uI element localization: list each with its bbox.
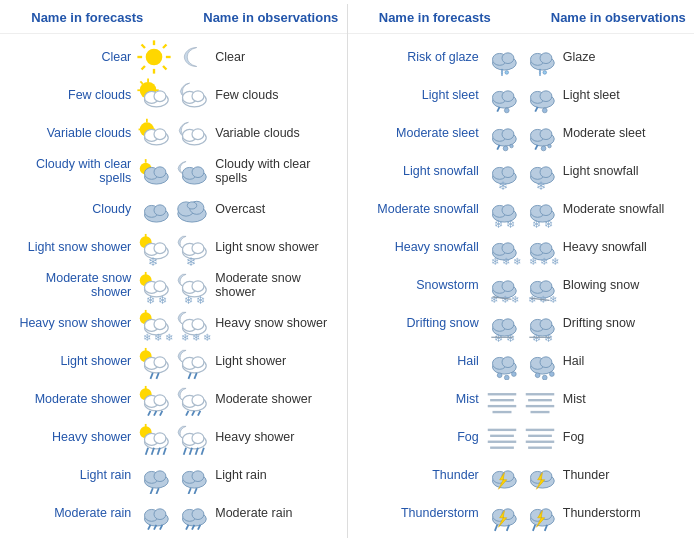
svg-line-182 bbox=[535, 145, 537, 150]
forecast-label: Heavy snow shower bbox=[8, 316, 135, 330]
weather-row: Heavy shower Heavy shower bbox=[0, 418, 347, 456]
svg-point-42 bbox=[154, 205, 166, 216]
svg-point-221 bbox=[502, 319, 514, 330]
weather-row: Cloudy Overcast bbox=[0, 190, 347, 228]
svg-line-102 bbox=[198, 411, 200, 416]
svg-line-100 bbox=[186, 411, 188, 416]
obs-label: Variable clouds bbox=[211, 126, 338, 140]
svg-point-237 bbox=[540, 357, 552, 368]
svg-line-94 bbox=[148, 411, 150, 416]
weather-row: Moderate shower Moderate shower bbox=[0, 380, 347, 418]
weather-row: Heavy snow shower ❄ ❄ ❄ ❄ ❄ ❄Heavy snow … bbox=[0, 304, 347, 342]
svg-point-114 bbox=[192, 433, 204, 444]
right-forecast-header: Name in forecasts bbox=[356, 10, 491, 25]
svg-line-7 bbox=[163, 45, 166, 48]
obs-label: Light snow shower bbox=[211, 240, 338, 254]
obs-icon: ❄ ❄ bbox=[521, 306, 559, 340]
svg-point-172 bbox=[542, 108, 547, 113]
svg-line-101 bbox=[192, 411, 194, 416]
obs-label: Light rain bbox=[211, 468, 338, 482]
forecast-icon bbox=[135, 40, 173, 74]
obs-icon bbox=[173, 78, 211, 112]
forecast-label: Light rain bbox=[8, 468, 135, 482]
obs-icon bbox=[521, 420, 559, 454]
svg-point-231 bbox=[502, 357, 514, 368]
svg-point-203 bbox=[502, 243, 514, 254]
forecast-label: Moderate snow shower bbox=[8, 271, 135, 299]
svg-line-83 bbox=[157, 373, 159, 379]
svg-point-191 bbox=[540, 167, 552, 178]
obs-label: Cloudy with clear spells bbox=[211, 157, 338, 185]
weather-row: Thunder Thunder bbox=[348, 456, 695, 494]
obs-icon bbox=[521, 40, 559, 74]
forecast-label: Heavy shower bbox=[8, 430, 135, 444]
obs-icon bbox=[173, 458, 211, 492]
svg-point-177 bbox=[503, 146, 508, 151]
weather-row: Moderate snowfall ❄ ❄ ❄ ❄Moderate snowfa… bbox=[348, 190, 695, 228]
svg-point-240 bbox=[549, 372, 554, 377]
svg-line-275 bbox=[533, 525, 535, 531]
weather-row: Snowstorm ❄ ❄ ❄ ❄ ❄ ❄ Blowing snow bbox=[348, 266, 695, 304]
obs-icon bbox=[173, 420, 211, 454]
svg-point-157 bbox=[502, 53, 514, 64]
obs-icon: ❄ ❄ ❄ bbox=[521, 230, 559, 264]
svg-point-167 bbox=[504, 108, 509, 113]
svg-line-132 bbox=[148, 525, 150, 530]
svg-line-8 bbox=[142, 66, 145, 69]
svg-line-171 bbox=[535, 107, 537, 112]
svg-point-211 bbox=[502, 281, 514, 292]
svg-point-18 bbox=[154, 91, 166, 102]
forecast-icon: ❄ ❄ ❄ bbox=[483, 268, 521, 302]
forecast-label: Mist bbox=[356, 392, 483, 406]
weather-row: Heavy snowfall ❄ ❄ ❄ ❄ ❄ ❄Heavy snowfall bbox=[348, 228, 695, 266]
obs-label: Fog bbox=[559, 430, 686, 444]
obs-label: Light snowfall bbox=[559, 164, 686, 178]
forecast-label: Light snow shower bbox=[8, 240, 135, 254]
svg-point-65 bbox=[192, 281, 204, 292]
svg-text:❄ ❄: ❄ ❄ bbox=[531, 218, 552, 228]
weather-row: Heavy rain Heavy rain bbox=[0, 532, 347, 538]
forecast-icon bbox=[135, 116, 173, 150]
weather-row: Moderate sleet Moderate sleet bbox=[348, 114, 695, 152]
svg-point-234 bbox=[511, 372, 516, 377]
obs-label: Light shower bbox=[211, 354, 338, 368]
obs-label: Heavy snowfall bbox=[559, 240, 686, 254]
svg-line-6 bbox=[163, 66, 166, 69]
svg-line-176 bbox=[497, 145, 499, 150]
weather-row: Hail Hail bbox=[348, 342, 695, 380]
svg-text:❄: ❄ bbox=[498, 179, 508, 190]
svg-point-131 bbox=[154, 509, 166, 520]
obs-icon bbox=[173, 534, 211, 538]
obs-icon: ❄ bbox=[521, 154, 559, 188]
svg-point-181 bbox=[540, 129, 552, 140]
right-section: Name in forecasts Name in observations R… bbox=[348, 0, 695, 538]
svg-line-138 bbox=[186, 525, 188, 530]
svg-text:❄ ❄: ❄ ❄ bbox=[184, 294, 205, 304]
forecast-icon bbox=[135, 344, 173, 378]
obs-label: Mist bbox=[559, 392, 686, 406]
svg-text:❄ ❄ ❄: ❄ ❄ ❄ bbox=[182, 332, 211, 342]
forecast-icon bbox=[483, 420, 521, 454]
obs-label: Moderate shower bbox=[211, 392, 338, 406]
obs-icon: ❄ bbox=[173, 230, 211, 264]
obs-icon: ❄ ❄ ❄ bbox=[521, 268, 559, 302]
svg-point-93 bbox=[154, 395, 166, 406]
weather-row: Fog Fog bbox=[348, 418, 695, 456]
obs-label: Moderate sleet bbox=[559, 126, 686, 140]
forecast-icon bbox=[135, 154, 173, 188]
forecast-label: Drifting snow bbox=[356, 316, 483, 330]
svg-point-55 bbox=[192, 243, 204, 254]
weather-row: Variable clouds Variable clouds bbox=[0, 114, 347, 152]
svg-point-51 bbox=[154, 243, 166, 254]
forecast-label: Thunderstorm bbox=[356, 506, 483, 520]
left-forecast-header: Name in forecasts bbox=[8, 10, 143, 25]
svg-line-115 bbox=[184, 448, 186, 455]
svg-point-238 bbox=[535, 373, 540, 378]
obs-label: Overcast bbox=[211, 202, 338, 216]
obs-label: Heavy snow shower bbox=[211, 316, 338, 330]
forecast-icon bbox=[483, 344, 521, 378]
svg-line-111 bbox=[164, 448, 166, 455]
weather-row: Drifting snow ❄ ❄ ❄ ❄ Drifting snow bbox=[348, 304, 695, 342]
obs-icon bbox=[521, 458, 559, 492]
forecast-icon bbox=[483, 496, 521, 530]
